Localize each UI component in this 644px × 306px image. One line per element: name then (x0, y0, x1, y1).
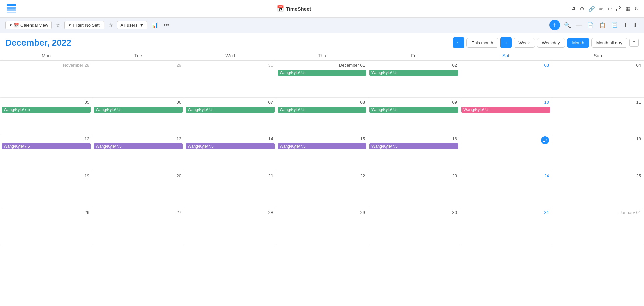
filter-bookmark-button[interactable]: ☆ (107, 21, 114, 29)
day-number: 31 (461, 209, 550, 217)
chart-icon-button[interactable]: 📊 (150, 21, 159, 29)
calendar-cell[interactable]: 06Wang/Kyle/7.5 (92, 98, 184, 134)
event-bar[interactable]: Wang/Kyle/7.5 (369, 70, 458, 76)
add-button[interactable]: + (549, 20, 560, 30)
top-bar: 📅 TimeSheet 🖥 ⚙ 🔗 ✏ ↩ 🖊 ▦ ↻ (0, 0, 644, 18)
day-number: December 01 (278, 62, 366, 69)
this-month-button[interactable]: This month (466, 38, 498, 48)
calendar-cell[interactable]: 12Wang/Kyle/7.5 (0, 134, 92, 171)
day-number: November 28 (2, 62, 91, 69)
calendar-nav: ← This month → Week Weekday Month Month … (453, 37, 639, 48)
calendar-cell[interactable]: 07Wang/Kyle/7.5 (184, 98, 276, 134)
gear-icon[interactable]: ⚙ (580, 6, 584, 12)
more-button[interactable]: ••• (162, 21, 170, 29)
event-bar[interactable]: Wang/Kyle/7.5 (278, 107, 366, 113)
calendar-cell[interactable]: 13Wang/Kyle/7.5 (92, 134, 184, 171)
calendar-cell[interactable]: 24 (460, 171, 552, 208)
event-bar[interactable]: Wang/Kyle/7.5 (369, 143, 458, 149)
svg-rect-2 (7, 9, 16, 11)
calendar-cell[interactable]: 25 (552, 171, 644, 208)
calendar-cell[interactable]: 04 (552, 61, 644, 98)
calendar-cell[interactable]: 17 (460, 134, 552, 171)
export-button[interactable]: 📋 (598, 21, 607, 29)
calendar-cell[interactable]: 29 (92, 61, 184, 98)
calendar-cell[interactable]: 05Wang/Kyle/7.5 (0, 98, 92, 134)
download2-button[interactable]: ⬇ (632, 21, 639, 29)
calendar-cell[interactable]: 29 (276, 208, 368, 245)
calendar-cell[interactable]: 21 (184, 171, 276, 208)
calendar-cell[interactable]: 22 (276, 171, 368, 208)
file-button[interactable]: 📃 (610, 21, 619, 29)
calendar-cell[interactable]: 16Wang/Kyle/7.5 (368, 134, 460, 171)
weekday-button[interactable]: Weekday (537, 38, 565, 48)
calendar-cell[interactable]: 26 (0, 208, 92, 245)
event-bar[interactable]: Wang/Kyle/7.5 (278, 143, 366, 149)
day-number: 13 (94, 136, 183, 143)
event-bar[interactable]: Wang/Kyle/7.5 (94, 107, 183, 113)
month-all-day-button[interactable]: Month all day (591, 38, 627, 48)
week-row-1: 05Wang/Kyle/7.506Wang/Kyle/7.507Wang/Kyl… (0, 98, 644, 134)
week-row-0: November 282930December 01Wang/Kyle/7.50… (0, 61, 644, 98)
calendar-cell[interactable]: 19 (0, 171, 92, 208)
calendar-cell[interactable]: 20 (92, 171, 184, 208)
calendar-cell[interactable]: 18 (552, 134, 644, 171)
search-button[interactable]: 🔍 (563, 21, 572, 29)
day-number: 03 (461, 62, 550, 69)
calendar-cell[interactable]: 30 (368, 208, 460, 245)
calendar-cell[interactable]: 08Wang/Kyle/7.5 (276, 98, 368, 134)
calendar-cell[interactable]: 23 (368, 171, 460, 208)
refresh-icon[interactable]: ↻ (634, 6, 639, 12)
calendar-grid: Mon Tue Wed Thu Fri Sat Sun November 282… (0, 51, 644, 245)
calendar-view-button[interactable]: ▼ 📅 Calendar view (5, 21, 52, 29)
calendar-cell[interactable]: January 01 (552, 208, 644, 245)
calendar-cell[interactable]: 03 (460, 61, 552, 98)
monitor-icon[interactable]: 🖥 (570, 6, 576, 12)
calendar-cell[interactable]: 28 (184, 208, 276, 245)
col-thu: Thu (276, 51, 368, 61)
event-bar[interactable]: Wang/Kyle/7.5 (461, 107, 550, 113)
calendar-cell[interactable]: 11 (552, 98, 644, 134)
share-icon[interactable]: 🔗 (588, 6, 595, 12)
calendar-cell[interactable]: November 28 (0, 61, 92, 98)
prev-month-button[interactable]: ← (453, 37, 464, 48)
collapse-button[interactable]: ⌃ (629, 39, 639, 47)
undo-icon[interactable]: ↩ (607, 6, 612, 12)
calendar-cell[interactable]: 14Wang/Kyle/7.5 (184, 134, 276, 171)
event-bar[interactable]: Wang/Kyle/7.5 (186, 143, 275, 149)
filter-button[interactable]: ▼ Filter: No Setti (64, 21, 104, 29)
calendar-thead: Mon Tue Wed Thu Fri Sat Sun (0, 51, 644, 61)
week-button[interactable]: Week (514, 38, 535, 48)
download1-button[interactable]: ⬇ (622, 21, 629, 29)
calendar-cell[interactable]: 27 (92, 208, 184, 245)
event-bar[interactable]: Wang/Kyle/7.5 (2, 107, 91, 113)
calendar-cell[interactable]: 09Wang/Kyle/7.5 (368, 98, 460, 134)
day-number: 08 (278, 99, 366, 106)
calendar-cell[interactable]: 15Wang/Kyle/7.5 (276, 134, 368, 171)
caret-icon: ▼ (9, 23, 12, 27)
calendar-cell[interactable]: 10Wang/Kyle/7.5 (460, 98, 552, 134)
bookmark-button[interactable]: ☆ (54, 21, 62, 29)
event-bar[interactable]: Wang/Kyle/7.5 (186, 107, 275, 113)
calendar-cell[interactable]: 30 (184, 61, 276, 98)
day-number: 29 (94, 62, 183, 69)
event-bar[interactable]: Wang/Kyle/7.5 (2, 143, 91, 149)
edit-icon[interactable]: ✏ (599, 6, 603, 12)
event-bar[interactable]: Wang/Kyle/7.5 (369, 107, 458, 113)
minus-button[interactable]: — (575, 21, 583, 29)
month-button[interactable]: Month (567, 38, 589, 48)
day-number: 12 (2, 136, 91, 143)
magic-icon[interactable]: 🖊 (616, 6, 621, 12)
calendar-header: December, 2022 ← This month → Week Weekd… (0, 33, 644, 51)
event-bar[interactable]: Wang/Kyle/7.5 (94, 143, 183, 149)
event-bar[interactable]: Wang/Kyle/7.5 (278, 70, 366, 76)
calendar-cell[interactable]: 31 (460, 208, 552, 245)
users-select[interactable]: All users ▼ (117, 21, 148, 29)
calendar-cell[interactable]: December 01Wang/Kyle/7.5 (276, 61, 368, 98)
day-number: 27 (94, 209, 183, 217)
top-bar-right: 🖥 ⚙ 🔗 ✏ ↩ 🖊 ▦ ↻ (570, 6, 639, 12)
calendar-cell[interactable]: 02Wang/Kyle/7.5 (368, 61, 460, 98)
next-month-button[interactable]: → (500, 37, 512, 48)
col-wed: Wed (184, 51, 276, 61)
save-pdf-button[interactable]: 📄 (586, 21, 595, 29)
grid-icon[interactable]: ▦ (625, 6, 630, 12)
